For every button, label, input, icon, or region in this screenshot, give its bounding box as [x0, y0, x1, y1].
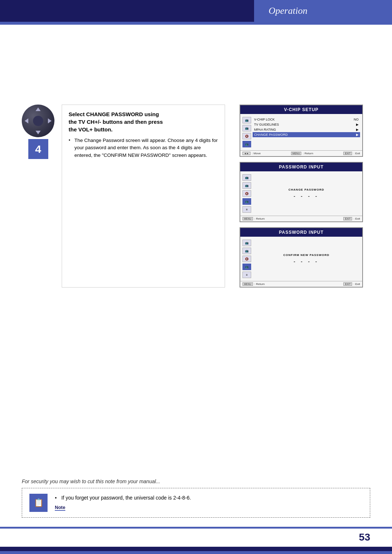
- panels-right: V-CHIP SETUP 📺 📺 🔇 📺 V-CHIP LOCK NO: [240, 105, 363, 288]
- bottom-line-blue: [0, 551, 392, 554]
- exit-label-3: : Exit: [354, 282, 360, 286]
- dpad-left-arrow: [25, 118, 28, 123]
- password-dashes-1: - - - -: [294, 194, 319, 199]
- icon-p1-sound: 🔇: [242, 190, 251, 197]
- footer-exit: EXIT : Exit: [343, 152, 360, 155]
- vchip-lock-label: V-CHIP LOCK: [254, 118, 275, 121]
- menu-key-3: MENU: [242, 282, 253, 286]
- vchip-panel-content: V-CHIP LOCK NO TV GUIDELINES ▶ MPAA RATI…: [253, 117, 360, 147]
- dpad-icon: [22, 105, 54, 137]
- menu-key-2: MENU: [242, 217, 253, 220]
- nav-key: ◄►: [242, 152, 250, 155]
- step-bullet-1: The Change Password screen will appear. …: [69, 137, 218, 159]
- icon-p2-extra: ≡: [242, 272, 251, 278]
- password-panel1-content: CHANGE PASSWORD - - - -: [253, 174, 360, 213]
- note-box: 📋 If you forget your password, the unive…: [22, 488, 370, 518]
- nav-label: : Move: [252, 152, 261, 155]
- accent-line: [0, 22, 392, 25]
- password-panel1-body: 📺 📺 🔇 📺 ≡ CHANGE PASSWORD - - - -: [240, 171, 362, 216]
- menu-label-3: : Return: [254, 282, 265, 286]
- vchip-panel-body: 📺 📺 🔇 📺 V-CHIP LOCK NO TV GUIDELINES ▶: [240, 114, 362, 150]
- password-panel2-header: PASSWORD INPUT: [240, 228, 362, 237]
- password-panel1-icons: 📺 📺 🔇 📺 ≡: [242, 174, 253, 213]
- bottom-section: For security you may wish to cut this no…: [22, 478, 370, 518]
- password-panel2-body: 📺 📺 🔇 📺 ≡ CONFIRM NEW PASSWORD - - - -: [240, 237, 362, 281]
- icon-p1-tv: 📺: [242, 174, 251, 181]
- vchip-row-1: V-CHIP LOCK NO: [253, 117, 360, 122]
- mpaa-rating-label: MPAA RATING: [254, 128, 276, 131]
- vchip-row-4: CHANGE PASSWORD ▶: [253, 132, 360, 137]
- icon-p1-sel: 📺: [242, 198, 251, 205]
- confirm-password-screen-label: CONFIRM NEW PASSWORD: [283, 253, 330, 257]
- exit-key-2: EXIT: [343, 217, 352, 220]
- note-label: Note: [55, 505, 65, 511]
- change-password-screen-label: CHANGE PASSWORD: [289, 188, 324, 191]
- p1-footer-exit: EXIT : Exit: [343, 217, 360, 220]
- step-icon-area: 4: [22, 105, 54, 288]
- icon-p2-sel: 📺: [242, 264, 251, 270]
- bottom-accent: [0, 547, 392, 554]
- operation-tab: Operation: [254, 0, 392, 22]
- password-panel1-footer: MENU : Return EXIT : Exit: [240, 216, 362, 221]
- menu-label-2: : Return: [254, 217, 265, 220]
- password-input-panel-2: PASSWORD INPUT 📺 📺 🔇 📺 ≡ CONFIRM NEW PAS…: [240, 227, 363, 288]
- vchip-panel-icons: 📺 📺 🔇 📺: [242, 117, 253, 147]
- password-panel1-header: PASSWORD INPUT: [240, 163, 362, 171]
- menu-key-1: MENU: [291, 152, 302, 155]
- icon-selected: 📺: [242, 141, 251, 147]
- security-note: For security you may wish to cut this no…: [22, 478, 370, 484]
- bottom-line-dark: [0, 547, 392, 551]
- vchip-setup-panel: V-CHIP SETUP 📺 📺 🔇 📺 V-CHIP LOCK NO: [240, 105, 363, 157]
- tv-guidelines-label: TV GUIDELINES: [254, 123, 279, 126]
- mpaa-rating-value: ▶: [356, 128, 359, 131]
- p2-footer-menu: MENU : Return: [242, 282, 265, 286]
- change-password-value: ▶: [356, 133, 359, 137]
- password-panel2-footer: MENU : Return EXIT : Exit: [240, 281, 362, 287]
- dpad-center: [33, 116, 43, 126]
- footer-menu: MENU : Return: [291, 152, 313, 155]
- p1-footer-menu: MENU : Return: [242, 217, 265, 220]
- footer-nav: ◄► : Move: [242, 152, 261, 155]
- note-text: If you forget your password, the univers…: [55, 494, 363, 502]
- icon-p1-tv2: 📺: [242, 182, 251, 189]
- note-icon: 📋: [29, 494, 48, 512]
- p2-footer-exit: EXIT : Exit: [343, 282, 360, 286]
- mid-line-blue: [0, 527, 392, 529]
- note-bullet: If you forget your password, the univers…: [55, 494, 363, 502]
- step-left: 4 Select CHANGE PASSWORD usingthe TV CH+…: [22, 105, 225, 288]
- password-panel2-icons: 📺 📺 🔇 📺 ≡: [242, 240, 253, 278]
- vchip-panel-footer: ◄► : Move MENU : Return EXIT : Exit: [240, 150, 362, 156]
- exit-label-1: : Exit: [354, 152, 360, 155]
- icon-p2-tv2: 📺: [242, 248, 251, 254]
- dpad-down-arrow: [36, 131, 41, 134]
- dpad-right-arrow: [48, 118, 52, 123]
- tv-guidelines-value: ▶: [356, 123, 359, 126]
- step-bullets: The Change Password screen will appear. …: [69, 137, 218, 159]
- page-number: 53: [359, 531, 370, 543]
- exit-label-2: : Exit: [354, 217, 360, 220]
- icon-sound: 🔇: [242, 133, 251, 139]
- operation-label: Operation: [269, 5, 307, 16]
- vchip-lock-value: NO: [354, 118, 359, 121]
- step-text-box: Select CHANGE PASSWORD usingthe TV CH+/-…: [62, 105, 225, 288]
- exit-key-3: EXIT: [343, 282, 352, 286]
- icon-p1-extra: ≡: [242, 206, 251, 213]
- icon-tv: 📺: [242, 117, 251, 123]
- icon-p2-sound: 🔇: [242, 256, 251, 262]
- dpad-up-arrow: [36, 107, 41, 111]
- step-title: Select CHANGE PASSWORD usingthe TV CH+/-…: [69, 110, 218, 133]
- vchip-row-2: TV GUIDELINES ▶: [253, 122, 360, 127]
- mid-accent: [0, 527, 392, 529]
- password-dashes-2: - - - -: [294, 259, 319, 264]
- icon-p2-tv: 📺: [242, 240, 251, 246]
- icon-tv2: 📺: [242, 125, 251, 131]
- vchip-row-3: MPAA RATING ▶: [253, 127, 360, 132]
- vchip-panel-header: V-CHIP SETUP: [240, 105, 362, 114]
- menu-label-1: : Return: [303, 152, 313, 155]
- main-content: 4 Select CHANGE PASSWORD usingthe TV CH+…: [0, 25, 392, 554]
- note-content: If you forget your password, the univers…: [55, 494, 363, 511]
- change-password-label: CHANGE PASSWORD: [254, 133, 288, 137]
- password-input-panel-1: PASSWORD INPUT 📺 📺 🔇 📺 ≡ CHANGE PASSWORD…: [240, 162, 363, 222]
- clipboard-icon: 📋: [34, 498, 44, 508]
- step-section: 4 Select CHANGE PASSWORD usingthe TV CH+…: [22, 105, 374, 288]
